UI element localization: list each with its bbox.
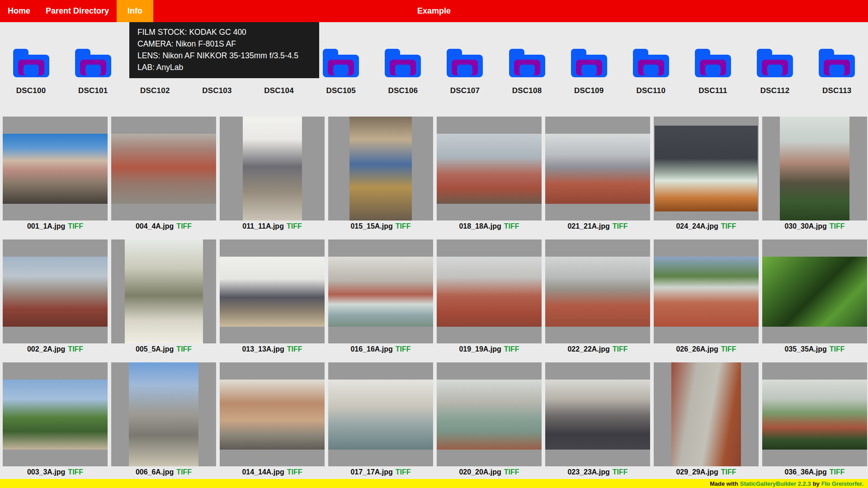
filename-link[interactable]: 014_14A.jpg <box>242 468 284 476</box>
tiff-badge[interactable]: TIFF <box>721 468 736 476</box>
photo-thumbnail[interactable] <box>349 117 412 221</box>
tiff-badge[interactable]: TIFF <box>613 222 628 230</box>
folder-item[interactable]: DSC109 <box>558 49 620 94</box>
thumbnail-cell[interactable] <box>437 117 542 221</box>
tiff-badge[interactable]: TIFF <box>68 468 83 476</box>
thumbnail-cell[interactable] <box>437 239 542 343</box>
footer-author-link[interactable]: Flo Greistorfer. <box>821 480 863 487</box>
filename-link[interactable]: 023_23A.jpg <box>567 468 609 476</box>
tiff-badge[interactable]: TIFF <box>176 468 192 476</box>
filename-link[interactable]: 006_6A.jpg <box>136 468 174 476</box>
tiff-badge[interactable]: TIFF <box>613 468 628 476</box>
photo-thumbnail[interactable] <box>545 257 650 327</box>
thumbnail-cell[interactable] <box>220 117 325 221</box>
filename-link[interactable]: 015_15A.jpg <box>350 222 392 230</box>
thumbnail-cell[interactable] <box>220 239 325 343</box>
thumbnail-cell[interactable] <box>654 117 759 221</box>
filename-link[interactable]: 020_20A.jpg <box>459 468 501 476</box>
thumbnail-cell[interactable] <box>3 362 108 466</box>
thumbnail-cell[interactable] <box>654 362 759 466</box>
filename-link[interactable]: 001_1A.jpg <box>27 222 65 230</box>
photo-thumbnail[interactable] <box>437 134 542 204</box>
tiff-badge[interactable]: TIFF <box>287 345 302 353</box>
tiff-badge[interactable]: TIFF <box>396 222 411 230</box>
photo-thumbnail[interactable] <box>437 380 542 450</box>
photo-thumbnail[interactable] <box>3 257 108 327</box>
folder-item[interactable]: DSC111 <box>682 49 744 94</box>
nav-info[interactable]: Info <box>117 0 153 22</box>
filename-link[interactable]: 005_5A.jpg <box>136 345 174 353</box>
folder-item[interactable]: DSC112 <box>744 49 806 94</box>
photo-thumbnail[interactable] <box>125 239 203 343</box>
tiff-badge[interactable]: TIFF <box>504 345 519 353</box>
thumbnail-cell[interactable] <box>328 239 433 343</box>
filename-link[interactable]: 029_29A.jpg <box>676 468 718 476</box>
tiff-badge[interactable]: TIFF <box>396 345 411 353</box>
thumbnail-cell[interactable] <box>111 117 216 221</box>
thumbnail-cell[interactable] <box>762 362 867 466</box>
tiff-badge[interactable]: TIFF <box>721 345 736 353</box>
thumbnail-cell[interactable] <box>3 117 108 221</box>
photo-thumbnail[interactable] <box>654 257 759 327</box>
photo-thumbnail[interactable] <box>328 380 433 450</box>
tiff-badge[interactable]: TIFF <box>830 222 845 230</box>
photo-thumbnail[interactable] <box>780 117 849 221</box>
folder-item[interactable]: DSC107 <box>434 49 496 94</box>
filename-link[interactable]: 026_26A.jpg <box>676 345 718 353</box>
photo-thumbnail[interactable] <box>3 380 108 450</box>
thumbnail-cell[interactable] <box>654 239 759 343</box>
folder-item[interactable]: DSC101 <box>62 49 124 94</box>
photo-thumbnail[interactable] <box>111 134 216 204</box>
filename-link[interactable]: 036_36A.jpg <box>784 468 826 476</box>
tiff-badge[interactable]: TIFF <box>504 468 519 476</box>
photo-thumbnail[interactable] <box>220 257 325 327</box>
filename-link[interactable]: 004_4A.jpg <box>136 222 174 230</box>
photo-thumbnail[interactable] <box>762 257 867 327</box>
filename-link[interactable]: 018_18A.jpg <box>459 222 501 230</box>
thumbnail-cell[interactable] <box>111 239 216 343</box>
thumbnail-cell[interactable] <box>437 362 542 466</box>
filename-link[interactable]: 019_19A.jpg <box>459 345 501 353</box>
photo-thumbnail[interactable] <box>328 257 433 327</box>
photo-thumbnail[interactable] <box>762 380 867 450</box>
thumbnail-cell[interactable] <box>3 239 108 343</box>
photo-thumbnail[interactable] <box>545 380 650 450</box>
photo-thumbnail[interactable] <box>3 134 108 204</box>
thumbnail-cell[interactable] <box>111 362 216 466</box>
thumbnail-cell[interactable] <box>220 362 325 466</box>
photo-thumbnail[interactable] <box>545 134 650 204</box>
tiff-badge[interactable]: TIFF <box>176 222 192 230</box>
thumbnail-cell[interactable] <box>545 362 650 466</box>
nav-parent-directory[interactable]: Parent Directory <box>38 0 117 22</box>
tiff-badge[interactable]: TIFF <box>830 345 845 353</box>
thumbnail-cell[interactable] <box>762 239 867 343</box>
footer-tool-link[interactable]: StaticGalleryBuilder 2.2.3 <box>740 480 811 487</box>
folder-item[interactable]: DSC113 <box>806 49 868 94</box>
nav-home[interactable]: Home <box>0 0 38 22</box>
folder-item[interactable]: DSC108 <box>496 49 558 94</box>
filename-link[interactable]: 021_21A.jpg <box>567 222 609 230</box>
filename-link[interactable]: 017_17A.jpg <box>350 468 392 476</box>
tiff-badge[interactable]: TIFF <box>68 345 83 353</box>
tiff-badge[interactable]: TIFF <box>287 222 302 230</box>
photo-thumbnail[interactable] <box>129 362 198 466</box>
tiff-badge[interactable]: TIFF <box>68 222 83 230</box>
tiff-badge[interactable]: TIFF <box>176 345 192 353</box>
tiff-badge[interactable]: TIFF <box>504 222 519 230</box>
photo-thumbnail[interactable] <box>220 380 325 450</box>
thumbnail-cell[interactable] <box>762 117 867 221</box>
thumbnail-cell[interactable] <box>328 362 433 466</box>
filename-link[interactable]: 013_13A.jpg <box>242 345 284 353</box>
filename-link[interactable]: 016_16A.jpg <box>350 345 392 353</box>
tiff-badge[interactable]: TIFF <box>396 468 411 476</box>
filename-link[interactable]: 003_3A.jpg <box>27 468 65 476</box>
photo-thumbnail[interactable] <box>437 257 542 327</box>
tiff-badge[interactable]: TIFF <box>830 468 845 476</box>
photo-thumbnail[interactable] <box>671 362 741 466</box>
filename-link[interactable]: 011_11A.jpg <box>242 222 284 230</box>
tiff-badge[interactable]: TIFF <box>613 345 628 353</box>
filename-link[interactable]: 024_24A.jpg <box>676 222 718 230</box>
folder-item[interactable]: DSC105 <box>310 49 372 94</box>
tiff-badge[interactable]: TIFF <box>287 468 302 476</box>
filename-link[interactable]: 022_22A.jpg <box>567 345 609 353</box>
